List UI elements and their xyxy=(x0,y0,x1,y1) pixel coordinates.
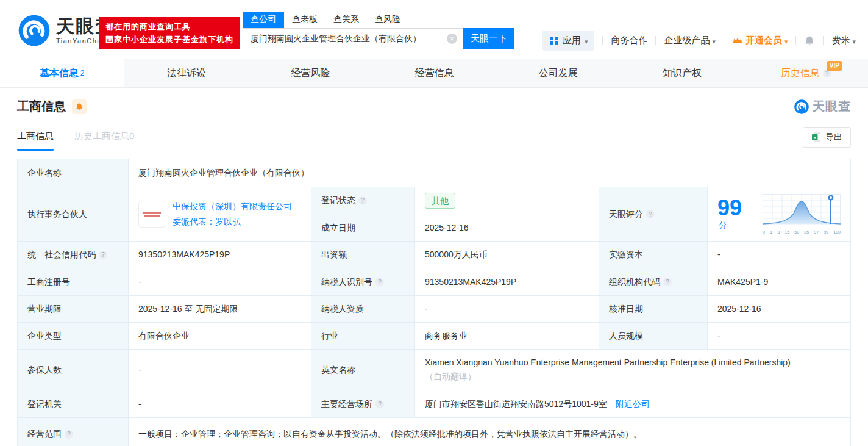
credit-code-value: 91350213MAK425P19P xyxy=(129,242,311,268)
help-icon[interactable] xyxy=(375,278,384,286)
tab-basic-info-count: 2 xyxy=(80,69,85,77)
apps-label: 应用 xyxy=(563,35,581,46)
company-type-value: 有限合伙企业 xyxy=(129,323,311,350)
business-term-value: 2025-12-16 至 无固定期限 xyxy=(129,296,311,323)
help-icon[interactable] xyxy=(65,430,73,439)
tab-basic-info[interactable]: 基本信息2 xyxy=(0,59,124,87)
english-name-label: 英文名称 xyxy=(311,350,415,390)
partner-company-link[interactable]: 中保投资（深圳）有限责任公司 xyxy=(173,200,292,213)
taxpayer-id-value: 91350213MAK425P19P xyxy=(415,268,599,296)
paid-in-capital-value: - xyxy=(708,242,851,268)
table-row: 经营范围 一般项目：企业管理；企业管理咨询；以自有资金从事投资活动。（除依法须经… xyxy=(18,418,851,446)
company-name-value: 厦门翔南圆火企业管理合伙企业（有限合伙） xyxy=(129,159,851,187)
business-reg-no-label: 工商注册号 xyxy=(18,268,129,296)
taxpayer-id-label: 纳税人识别号 xyxy=(311,268,415,296)
slogan-line-1: 都在用的商业查询工具 xyxy=(105,20,233,33)
insured-count-value: - xyxy=(129,350,311,390)
search-tab-company[interactable]: 查公司 xyxy=(243,12,284,28)
tab-company-development[interactable]: 公司发展 xyxy=(496,59,620,87)
apps-grid-icon xyxy=(549,36,559,46)
registration-authority-label: 登记机关 xyxy=(18,390,129,418)
tianyan-score-label: 天眼评分 xyxy=(599,187,708,242)
industry-value: 商务服务业 xyxy=(415,323,599,350)
english-name-value: Xiamen Xiangnan Yuanhuo Enterprise Manag… xyxy=(415,350,851,390)
help-icon[interactable] xyxy=(99,251,107,259)
section-title: 工商信息 xyxy=(17,98,66,115)
status-badge: 其他 xyxy=(425,193,455,209)
vip-badge: VIP xyxy=(827,61,842,71)
nav-enterprise-products[interactable]: 企业级产品 xyxy=(664,35,716,46)
bell-icon xyxy=(75,103,84,111)
notification-bell-icon[interactable] xyxy=(804,35,815,46)
score-chart: 0131550859799100 xyxy=(763,194,841,235)
svg-text:x: x xyxy=(813,135,816,140)
taxpayer-qualification-value: - xyxy=(415,296,599,323)
search-tab-relation[interactable]: 查关系 xyxy=(326,12,367,28)
business-reg-no-value: - xyxy=(129,268,311,296)
watermark-text: 天眼查 xyxy=(813,98,851,115)
org-code-value: MAK425P1-9 xyxy=(708,268,851,296)
contribution-value: 500000万人民币 xyxy=(415,242,599,268)
chevron-down-icon xyxy=(852,35,856,46)
tab-intellectual-property[interactable]: 知识产权 xyxy=(620,59,744,87)
staff-size-value: - xyxy=(708,323,851,350)
paid-in-capital-label: 实缴资本 xyxy=(599,242,708,268)
company-type-label: 企业类型 xyxy=(18,323,129,350)
tab-operation-risk[interactable]: 经营风险 xyxy=(249,59,372,87)
tianyan-score-value[interactable]: 99分 xyxy=(708,187,851,242)
table-row: 工商注册号 - 纳税人识别号 91350213MAK425P19P 组织机构代码… xyxy=(18,268,851,296)
tab-legal-proceedings[interactable]: 法律诉讼 xyxy=(124,59,248,87)
chevron-down-icon xyxy=(784,35,788,46)
table-row: 营业期限 2025-12-16 至 无固定期限 纳税人资质 - 核准日期 202… xyxy=(18,296,851,323)
header-right-nav: 应用 商务合作 企业级产品 开通会员 费米 xyxy=(542,31,856,51)
user-menu[interactable]: 费米 xyxy=(831,35,856,46)
nav-open-membership[interactable]: 开通会员 xyxy=(732,35,788,46)
score-number: 99分 xyxy=(717,197,752,232)
search-input[interactable] xyxy=(243,28,463,49)
nav-business-cooperation[interactable]: 商务合作 xyxy=(611,35,647,46)
site-header: 天眼查 TianYanCha.com 都在用的商业查询工具 国家中小企业发展子基… xyxy=(0,7,868,59)
registration-status-label: 登记状态 xyxy=(311,187,415,214)
clear-icon[interactable] xyxy=(447,34,457,44)
business-info-section: 工商信息 天眼查 工商信息 历史工商信息0 x xyxy=(0,98,868,446)
search-tab-risk[interactable]: 查风险 xyxy=(367,12,408,28)
slogan-line-2: 国家中小企业发展子基金旗下机构 xyxy=(105,33,233,46)
staff-size-label: 人员规模 xyxy=(599,323,708,350)
top-divider xyxy=(0,0,868,7)
establishment-date-value: 2025-12-16 xyxy=(415,214,599,242)
registration-authority-value: - xyxy=(129,390,311,418)
search-tab-boss[interactable]: 查老板 xyxy=(284,12,326,28)
subtab-history-business-info[interactable]: 历史工商信息0 xyxy=(74,131,134,151)
table-row: 执行事务合伙人 中保投资（深圳）有限责任公司 委派代表：罗以弘 登记状态 其他 … xyxy=(18,187,851,214)
subtab-business-info[interactable]: 工商信息 xyxy=(17,131,54,151)
help-icon[interactable] xyxy=(375,400,384,408)
partner-delegate-link[interactable]: 委派代表：罗以弘 xyxy=(173,215,292,228)
nearby-companies-link[interactable]: 附近公司 xyxy=(616,399,650,409)
tab-operation-info[interactable]: 经营信息 xyxy=(372,59,496,87)
org-code-label: 组织机构代码 xyxy=(599,268,708,296)
score-axis-ticks: 0131550859799100 xyxy=(763,230,841,235)
help-icon[interactable] xyxy=(358,196,367,205)
monitor-bell-button[interactable] xyxy=(72,99,87,114)
help-icon[interactable] xyxy=(663,278,672,286)
business-term-label: 营业期限 xyxy=(18,296,129,323)
table-row: 企业类型 有限合伙企业 行业 商务服务业 人员规模 - xyxy=(18,323,851,350)
auto-translate-note: （自动翻译） xyxy=(425,370,841,383)
tianyancha-logo-icon xyxy=(17,13,51,48)
tianyancha-watermark: 天眼查 xyxy=(794,98,851,115)
search-button[interactable]: 天眼一下 xyxy=(463,28,514,49)
help-icon[interactable] xyxy=(646,210,655,218)
tianyancha-watermark-icon xyxy=(794,99,809,115)
partner-company-logo[interactable] xyxy=(138,201,165,228)
search-area: 查公司 查老板 查关系 查风险 天眼一下 xyxy=(243,12,514,49)
business-address-label: 主要经营场所 xyxy=(311,390,415,418)
taxpayer-qualification-label: 纳税人资质 xyxy=(311,296,415,323)
table-row: 企业名称 厦门翔南圆火企业管理合伙企业（有限合伙） xyxy=(18,159,851,187)
slogan-badge: 都在用的商业查询工具 国家中小企业发展子基金旗下机构 xyxy=(99,17,240,49)
export-button[interactable]: x 导出 xyxy=(803,127,851,148)
tab-history-info[interactable]: VIP 历史信息 xyxy=(744,59,868,87)
search-tabs: 查公司 查老板 查关系 查风险 xyxy=(243,12,514,28)
table-row: 统一社会信用代码 91350213MAK425P19P 出资额 500000万人… xyxy=(18,242,851,268)
apps-menu[interactable]: 应用 xyxy=(542,31,595,51)
contribution-label: 出资额 xyxy=(311,242,415,268)
